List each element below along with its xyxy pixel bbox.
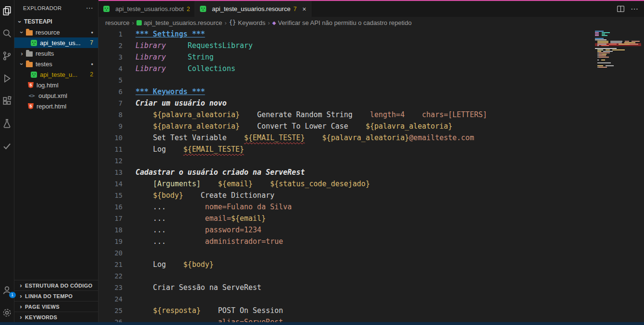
tree-item-api-teste-u[interactable]: api_teste_u...2 — [14, 69, 98, 80]
code-line[interactable]: 4Library Collections — [99, 63, 591, 74]
code-line[interactable]: 14 [Arguments] ${email} ${status_code_de… — [99, 178, 591, 190]
line-number: 3 — [99, 51, 136, 63]
code-token-var: ${palavra_aleatoria} — [366, 120, 453, 132]
code-line[interactable]: 15 ${body} Create Dictionary — [99, 190, 591, 201]
breadcrumb-item[interactable]: {}Keywords — [229, 19, 266, 26]
sidebar-section-estrutura-do-c-digo[interactable]: ›ESTRUTURA DO CÓDIGO — [14, 280, 98, 290]
split-editor-icon[interactable] — [617, 5, 625, 13]
vscode-window: 1 EXPLORADOR ⋯ › TESTEAPI ›resource●api_… — [0, 0, 644, 325]
tree-item-api-teste-us[interactable]: api_teste_us...7 — [14, 37, 98, 48]
sidebar-section-linha-do-tempo[interactable]: ›LINHA DO TEMPO — [14, 290, 98, 301]
tree-item-output-xml[interactable]: output.xml — [14, 90, 98, 101]
code-token-kw: Criar Sessão na ServeRest — [153, 282, 261, 293]
code-line[interactable]: 21 Log ${body} — [99, 259, 591, 270]
section-label: LINHA DO TEMPO — [25, 293, 73, 299]
code-token-pln — [136, 305, 153, 316]
code-token-pln — [183, 190, 200, 201]
code-line[interactable]: 8 ${palavra_aleatoria} Generate Random S… — [99, 109, 591, 120]
breadcrumb-item[interactable]: resource — [105, 19, 130, 26]
code-line[interactable]: 1*** Settings *** — [99, 28, 591, 40]
code-line[interactable]: 18 ... password=1234 — [99, 224, 591, 236]
close-icon[interactable]: × — [302, 5, 306, 13]
activity-explorer[interactable] — [1, 5, 13, 16]
breadcrumb-item[interactable]: ◆Verificar se API não permitiu o cadastr… — [272, 19, 411, 26]
tree-item-testes[interactable]: ›testes● — [14, 59, 98, 69]
code-line[interactable]: 26 ... alias=ServeRest — [99, 316, 591, 322]
code-editor[interactable]: 1*** Settings ***2Library RequestsLibrar… — [99, 28, 644, 322]
code-token-arg: administrador=true — [205, 236, 284, 247]
breadcrumb-item[interactable]: api_teste_usuarios.resource — [136, 19, 222, 26]
activity-settings[interactable] — [1, 307, 13, 318]
code-token-kw: Generate Random String — [257, 109, 353, 120]
source-control-icon — [2, 51, 12, 61]
code-token-pln: ... — [136, 224, 205, 236]
tree-item-resource[interactable]: ›resource● — [14, 27, 98, 37]
tree-item-report-html[interactable]: report.html — [14, 101, 98, 111]
code-token-sec: *** Settings *** — [136, 28, 205, 40]
code-line[interactable]: 2Library RequestsLibrary — [99, 40, 591, 51]
breadcrumb-separator-icon: › — [132, 19, 134, 26]
sidebar-section-keywords[interactable]: ›KEYWORDS — [14, 312, 98, 322]
tree-item-results[interactable]: ›results — [14, 48, 98, 59]
activity-run-debug[interactable] — [1, 72, 13, 84]
robot-file-icon — [103, 6, 110, 12]
code-line[interactable]: 20 — [99, 247, 591, 259]
chevron-down-icon: › — [16, 19, 24, 24]
search-icon — [2, 28, 12, 38]
activity-source-control[interactable] — [1, 50, 13, 61]
code-token-arg: length=4 — [370, 109, 405, 120]
code-token-kw: Log — [153, 259, 166, 270]
code-line[interactable]: 5 — [99, 74, 591, 86]
code-line[interactable]: 24 — [99, 293, 591, 305]
code-token-pln — [240, 109, 257, 120]
robot-file-icon — [200, 6, 206, 12]
code-line[interactable]: 13Cadastrar o usuário criado na ServeRes… — [99, 167, 591, 178]
code-line[interactable]: 7Criar um usuário novo — [99, 97, 591, 109]
line-number: 6 — [99, 86, 136, 97]
tree-item-label: resource — [36, 29, 91, 36]
sidebar-spacer — [14, 111, 98, 280]
code-line[interactable]: 12 — [99, 155, 591, 167]
code-token-pln — [166, 259, 183, 270]
code-line[interactable]: 23 Criar Sessão na ServeRest — [99, 282, 591, 293]
activity-account[interactable]: 1 — [1, 284, 13, 296]
code-line[interactable]: 10 Set Test Variable ${EMAIL_TESTE} ${pa… — [99, 132, 591, 144]
activity-checklist[interactable] — [1, 140, 13, 152]
code-token-lib: Library — [136, 63, 166, 74]
code-line[interactable]: 22 — [99, 270, 591, 282]
workspace-label: TESTEAPI — [24, 18, 52, 25]
line-number: 12 — [99, 155, 136, 167]
minimap-line — [595, 66, 641, 68]
code-line[interactable]: 19 ... administrador=true — [99, 236, 591, 247]
workspace-row[interactable]: › TESTEAPI — [14, 16, 98, 27]
checkmark-icon — [2, 141, 12, 151]
code-line[interactable]: 17 ... email=${email} — [99, 213, 591, 224]
code-token-typ: String — [187, 51, 213, 63]
code-line[interactable]: 9 ${palavra_aleatoria} Convert To Lower … — [99, 120, 591, 132]
modified-dot-icon: ● — [91, 62, 93, 66]
code-line[interactable]: 25 ${resposta} POST On Session — [99, 305, 591, 316]
minimap[interactable] — [595, 30, 641, 68]
tree-item-log-html[interactable]: log.html — [14, 80, 98, 90]
chevron-right-icon: › — [18, 303, 24, 310]
tab-api-teste-usuarios-resource[interactable]: api_teste_usuarios.resource7× — [195, 1, 311, 17]
chevron-down-icon: › — [18, 30, 25, 35]
code-token-kw: POST On Session — [218, 305, 283, 316]
tree-item-label: output.xml — [38, 92, 98, 99]
sidebar-section-page-views[interactable]: ›PAGE VIEWS — [14, 301, 98, 312]
code-line[interactable]: 11 Log ${EMAIL_TESTE} — [99, 144, 591, 155]
code-line[interactable]: 3Library String — [99, 51, 591, 63]
tab-api-teste-usuarios-robot[interactable]: api_teste_usuarios.robot2 — [99, 1, 195, 17]
more-actions-icon[interactable]: ⋯ — [631, 4, 638, 13]
line-number: 24 — [99, 293, 136, 305]
code-line[interactable]: 6*** Keywords *** — [99, 86, 591, 97]
activity-search[interactable] — [1, 27, 13, 39]
code-line[interactable]: 16 ... nome=Fulano da Silva — [99, 201, 591, 213]
more-actions-icon[interactable]: ⋯ — [86, 4, 93, 12]
line-number: 2 — [99, 40, 136, 51]
activity-extensions[interactable] — [1, 95, 13, 107]
activity-testing[interactable] — [1, 118, 13, 129]
folder-muted-icon — [26, 51, 33, 57]
code-token-var: ${resposta} — [153, 305, 200, 316]
code-token-pln — [136, 259, 153, 270]
